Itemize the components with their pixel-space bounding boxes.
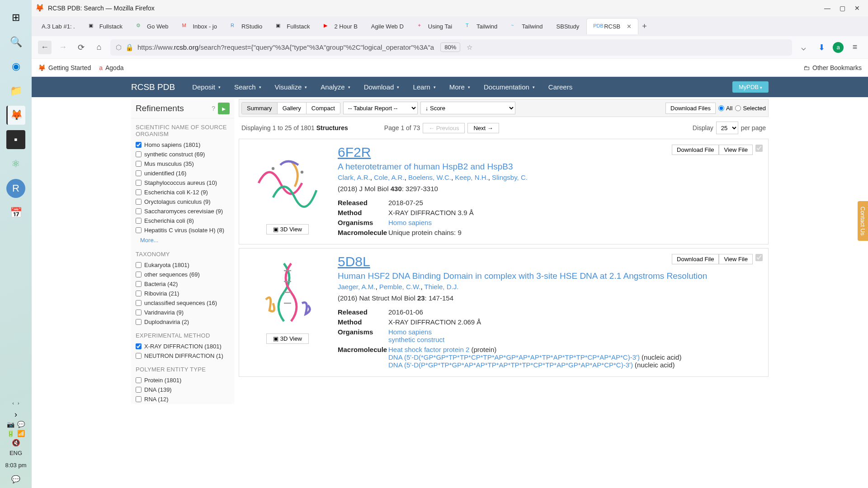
facet-item[interactable]: X-RAY DIFFRACTION (1801): [131, 342, 234, 351]
nav-analyze[interactable]: Analyze: [314, 79, 356, 95]
terminal-icon[interactable]: ▪: [6, 130, 25, 149]
sort-select[interactable]: ↓ Score: [420, 102, 515, 114]
bookmark-star-icon[interactable]: ☆: [467, 43, 472, 52]
bookmark-getting-started[interactable]: 🦊 Getting Started: [38, 64, 91, 71]
facet-item[interactable]: Oryctolagus cuniculus (9): [131, 197, 234, 206]
apply-button[interactable]: ▸: [218, 103, 230, 114]
zoom-indicator[interactable]: 80%: [440, 42, 460, 52]
tab-6[interactable]: ▶2 Hour B: [317, 18, 364, 34]
facet-item[interactable]: Protein (1801): [131, 375, 234, 385]
start-icon[interactable]: ⊞: [6, 8, 25, 27]
minimize-button[interactable]: —: [824, 5, 830, 12]
facet-item[interactable]: RNA (12): [131, 394, 234, 404]
clock[interactable]: 8:03 pm: [5, 462, 27, 469]
downloads-icon[interactable]: ⬇: [815, 41, 828, 54]
tab-10[interactable]: ~Tailwind: [505, 18, 549, 34]
maximize-button[interactable]: ▢: [840, 5, 845, 12]
download-files-button[interactable]: Download Files: [665, 103, 716, 114]
view-gallery[interactable]: Gallery: [278, 103, 307, 114]
rstudio-icon[interactable]: R: [6, 179, 25, 198]
result-title[interactable]: A heterotetramer of human HspB2 and HspB…: [338, 162, 763, 172]
download-file-button[interactable]: Download File: [672, 254, 719, 264]
more-link[interactable]: More...: [131, 235, 234, 245]
pdb-id-link[interactable]: 6F2R: [338, 145, 371, 160]
nav-download[interactable]: Download: [358, 79, 406, 95]
tab-5[interactable]: ▣Fullstack: [269, 18, 316, 34]
help-icon[interactable]: ?: [212, 105, 215, 112]
tab-1[interactable]: ▣Fullstack: [82, 18, 129, 34]
other-bookmarks[interactable]: 🗀 Other Bookmarks: [803, 64, 862, 71]
reload-button[interactable]: ⟳: [74, 41, 88, 54]
facet-item[interactable]: NEUTRON DIFFRACTION (1): [131, 351, 234, 361]
nav-learn[interactable]: Learn: [406, 79, 442, 95]
facet-item[interactable]: unidentified (16): [131, 169, 234, 178]
structure-thumbnail[interactable]: [249, 254, 326, 331]
tab-3[interactable]: MInbox - jo: [175, 18, 223, 34]
facet-item[interactable]: Duplodnaviria (2): [131, 317, 234, 327]
contact-us-tab[interactable]: Contact Us: [858, 201, 868, 241]
close-button[interactable]: ✕: [854, 5, 860, 12]
facet-item[interactable]: Varidnaviria (9): [131, 308, 234, 317]
facet-item[interactable]: synthetic construct (69): [131, 150, 234, 159]
view-summary[interactable]: Summary: [242, 103, 278, 114]
tab-8[interactable]: ✦Using Tai: [411, 18, 458, 34]
nav-deposit[interactable]: Deposit: [186, 79, 227, 95]
new-tab-button[interactable]: +: [642, 22, 647, 31]
facet-item[interactable]: Escherichia coli K-12 (9): [131, 188, 234, 197]
download-file-button[interactable]: Download File: [672, 145, 719, 155]
structure-thumbnail[interactable]: [249, 145, 326, 221]
calendar-icon[interactable]: 📅: [6, 203, 25, 222]
prev-page-button[interactable]: ← Previous: [423, 123, 465, 133]
nav-careers[interactable]: Careers: [542, 79, 579, 95]
facet-item[interactable]: unclassified sequences (16): [131, 298, 234, 308]
brand[interactable]: RCSB PDB: [131, 82, 175, 92]
edge-icon[interactable]: ◉: [6, 57, 25, 76]
tab-12[interactable]: PDBRCSB✕: [586, 18, 638, 34]
home-button[interactable]: ⌂: [92, 41, 106, 54]
tab-7[interactable]: Agile Web D: [365, 18, 410, 34]
mypdb-button[interactable]: MyPDB: [732, 81, 769, 93]
explorer-icon[interactable]: 📁: [6, 81, 25, 100]
all-radio[interactable]: All: [718, 105, 732, 112]
tab-0[interactable]: A.3 Lab #1: .: [35, 18, 81, 34]
facet-item[interactable]: Staphylococcus aureus (10): [131, 178, 234, 188]
facet-item[interactable]: DNA (139): [131, 385, 234, 394]
back-button[interactable]: ←: [38, 41, 52, 54]
facet-item[interactable]: Riboviria (21): [131, 289, 234, 298]
nav-documentation[interactable]: Documentation: [477, 79, 541, 95]
search-icon[interactable]: 🔍: [6, 33, 25, 52]
address-bar[interactable]: ⬡ 🔒 https://www.rcsb.org/search?request=…: [110, 39, 792, 56]
page-size-select[interactable]: 25: [716, 122, 738, 134]
select-result-checkbox[interactable]: [755, 145, 763, 152]
view-file-button[interactable]: View File: [719, 145, 753, 155]
facet-item[interactable]: Hepatitis C virus (isolate H) (8): [131, 225, 234, 235]
view-file-button[interactable]: View File: [719, 254, 753, 264]
account-icon[interactable]: a: [833, 42, 844, 53]
facet-item[interactable]: Homo sapiens (1801): [131, 140, 234, 150]
tab-11[interactable]: SBStudy: [550, 18, 586, 34]
forward-button[interactable]: →: [56, 41, 70, 54]
pocket-icon[interactable]: ⌵: [797, 41, 810, 54]
view-compact[interactable]: Compact: [307, 103, 340, 114]
firefox-icon[interactable]: 🦊: [6, 106, 25, 125]
tab-2[interactable]: ⚙Go Web: [130, 18, 175, 34]
bookmark-agoda[interactable]: a Agoda: [99, 64, 123, 71]
pdb-id-link[interactable]: 5D8L: [338, 254, 370, 269]
facet-item[interactable]: Mus musculus (35): [131, 159, 234, 169]
tab-4[interactable]: RRStudio: [224, 18, 269, 34]
facet-item[interactable]: Escherichia coli (8): [131, 216, 234, 225]
tabular-report-select[interactable]: -- Tabular Report --: [343, 102, 418, 114]
selected-radio[interactable]: Selected: [735, 105, 766, 112]
facet-item[interactable]: Bacteria (42): [131, 279, 234, 289]
facet-item[interactable]: Saccharomyces cerevisiae (9): [131, 206, 234, 216]
next-page-button[interactable]: Next →: [467, 123, 499, 133]
atom-icon[interactable]: ⚛: [6, 155, 25, 174]
nav-more[interactable]: More: [443, 79, 476, 95]
menu-icon[interactable]: ≡: [848, 41, 862, 54]
nav-search[interactable]: Search: [228, 79, 268, 95]
select-result-checkbox[interactable]: [755, 254, 763, 261]
nav-visualize[interactable]: Visualize: [269, 79, 314, 95]
result-title[interactable]: Human HSF2 DNA Binding Domain in complex…: [338, 271, 763, 281]
lang-indicator[interactable]: ENG: [9, 450, 22, 456]
view-3d-button[interactable]: ▣ 3D View: [266, 333, 309, 344]
